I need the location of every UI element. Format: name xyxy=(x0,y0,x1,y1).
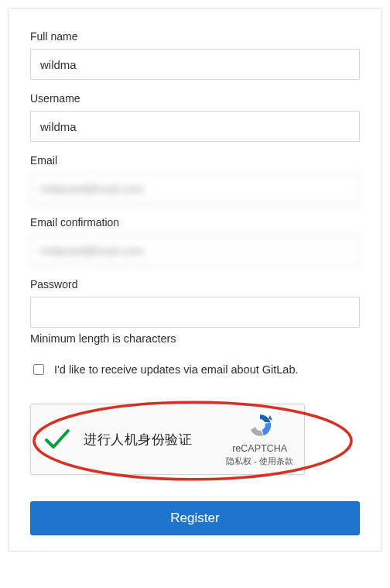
newsletter-checkbox[interactable] xyxy=(33,364,44,375)
email-confirm-group: Email confirmation xyxy=(30,216,360,266)
username-group: Username xyxy=(30,92,360,142)
password-group: Password xyxy=(30,278,360,328)
captcha-links[interactable]: 隐私权 - 使用条款 xyxy=(226,456,293,466)
password-label: Password xyxy=(30,278,360,291)
username-input[interactable] xyxy=(30,111,360,142)
fullname-input[interactable] xyxy=(30,49,360,80)
captcha-area: 进行人机身份验证 reCAPTCHA 隐私权 - 使用条款 xyxy=(30,394,360,487)
newsletter-row: I'd like to receive updates via email ab… xyxy=(30,362,360,377)
checkmark-icon xyxy=(42,424,73,455)
recaptcha-logo-icon xyxy=(226,412,293,441)
fullname-group: Full name xyxy=(30,30,360,80)
captcha-brand: reCAPTCHA xyxy=(226,442,293,455)
newsletter-label: I'd like to receive updates via email ab… xyxy=(54,363,299,376)
password-helper: Minimum length is characters xyxy=(30,332,360,345)
captcha-branding: reCAPTCHA 隐私权 - 使用条款 xyxy=(226,412,293,466)
email-label: Email xyxy=(30,154,360,167)
email-confirm-label: Email confirmation xyxy=(30,216,360,229)
email-confirm-input[interactable] xyxy=(30,235,360,266)
register-button[interactable]: Register xyxy=(30,501,360,535)
password-input[interactable] xyxy=(30,297,360,328)
email-group: Email xyxy=(30,154,360,204)
fullname-label: Full name xyxy=(30,30,360,43)
register-form-card: Full name Username Email Email confirmat… xyxy=(8,8,382,552)
recaptcha-widget[interactable]: 进行人机身份验证 reCAPTCHA 隐私权 - 使用条款 xyxy=(30,404,305,475)
email-input[interactable] xyxy=(30,173,360,204)
captcha-text: 进行人机身份验证 xyxy=(73,431,226,449)
username-label: Username xyxy=(30,92,360,105)
